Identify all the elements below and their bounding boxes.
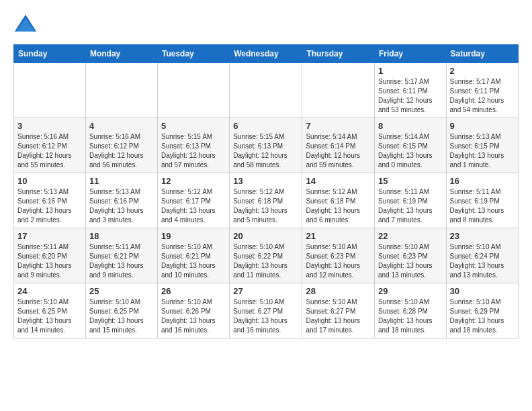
day-info: Sunrise: 5:11 AM Sunset: 6:19 PM Dayligh… [378, 187, 443, 225]
calendar-cell: 30Sunrise: 5:10 AM Sunset: 6:29 PM Dayli… [446, 283, 518, 338]
day-number: 14 [306, 176, 371, 186]
day-info: Sunrise: 5:10 AM Sunset: 6:23 PM Dayligh… [306, 242, 371, 280]
day-info: Sunrise: 5:15 AM Sunset: 6:13 PM Dayligh… [233, 132, 298, 170]
day-number: 30 [450, 286, 515, 296]
day-number: 9 [450, 121, 515, 131]
calendar-cell: 22Sunrise: 5:10 AM Sunset: 6:23 PM Dayli… [374, 228, 446, 283]
calendar-cell: 4Sunrise: 5:16 AM Sunset: 6:12 PM Daylig… [85, 118, 157, 173]
day-info: Sunrise: 5:10 AM Sunset: 6:23 PM Dayligh… [378, 242, 443, 280]
day-number: 7 [306, 121, 371, 131]
logo-icon [13, 13, 38, 38]
calendar-cell [230, 63, 302, 118]
week-row-3: 10Sunrise: 5:13 AM Sunset: 6:16 PM Dayli… [14, 173, 519, 228]
day-number: 5 [161, 121, 226, 131]
day-info: Sunrise: 5:13 AM Sunset: 6:15 PM Dayligh… [450, 132, 515, 170]
calendar-cell: 15Sunrise: 5:11 AM Sunset: 6:19 PM Dayli… [374, 173, 446, 228]
calendar-cell [14, 63, 86, 118]
day-info: Sunrise: 5:10 AM Sunset: 6:27 PM Dayligh… [233, 298, 298, 335]
week-row-1: 1Sunrise: 5:17 AM Sunset: 6:11 PM Daylig… [14, 63, 519, 118]
day-info: Sunrise: 5:11 AM Sunset: 6:20 PM Dayligh… [17, 242, 82, 280]
day-info: Sunrise: 5:16 AM Sunset: 6:12 PM Dayligh… [89, 132, 154, 170]
calendar-cell: 21Sunrise: 5:10 AM Sunset: 6:23 PM Dayli… [302, 228, 375, 283]
calendar-cell: 18Sunrise: 5:11 AM Sunset: 6:21 PM Dayli… [85, 228, 157, 283]
day-info: Sunrise: 5:10 AM Sunset: 6:28 PM Dayligh… [378, 298, 443, 335]
day-info: Sunrise: 5:12 AM Sunset: 6:18 PM Dayligh… [233, 187, 298, 225]
calendar-cell: 13Sunrise: 5:12 AM Sunset: 6:18 PM Dayli… [230, 173, 302, 228]
day-number: 1 [378, 66, 443, 76]
day-number: 29 [378, 286, 443, 296]
day-number: 8 [378, 121, 443, 131]
day-info: Sunrise: 5:17 AM Sunset: 6:11 PM Dayligh… [450, 77, 515, 115]
calendar-cell: 16Sunrise: 5:11 AM Sunset: 6:19 PM Dayli… [446, 173, 518, 228]
day-info: Sunrise: 5:11 AM Sunset: 6:21 PM Dayligh… [89, 242, 154, 280]
day-number: 27 [233, 286, 298, 296]
calendar-cell: 19Sunrise: 5:10 AM Sunset: 6:21 PM Dayli… [157, 228, 229, 283]
day-number: 20 [233, 231, 298, 241]
header-monday: Monday [85, 45, 157, 63]
calendar-cell: 17Sunrise: 5:11 AM Sunset: 6:20 PM Dayli… [14, 228, 86, 283]
day-info: Sunrise: 5:12 AM Sunset: 6:18 PM Dayligh… [306, 187, 371, 225]
calendar-table: SundayMondayTuesdayWednesdayThursdayFrid… [13, 44, 519, 338]
day-number: 26 [161, 286, 226, 296]
calendar-cell: 5Sunrise: 5:15 AM Sunset: 6:13 PM Daylig… [157, 118, 229, 173]
day-number: 3 [17, 121, 82, 131]
calendar-cell: 1Sunrise: 5:17 AM Sunset: 6:11 PM Daylig… [374, 63, 446, 118]
day-info: Sunrise: 5:10 AM Sunset: 6:26 PM Dayligh… [161, 298, 226, 335]
calendar-cell: 27Sunrise: 5:10 AM Sunset: 6:27 PM Dayli… [230, 283, 302, 338]
header-friday: Friday [374, 45, 446, 63]
day-info: Sunrise: 5:10 AM Sunset: 6:27 PM Dayligh… [306, 298, 371, 335]
calendar-cell: 10Sunrise: 5:13 AM Sunset: 6:16 PM Dayli… [14, 173, 86, 228]
day-number: 12 [161, 176, 226, 186]
day-number: 17 [17, 231, 82, 241]
calendar-cell [302, 63, 375, 118]
day-info: Sunrise: 5:11 AM Sunset: 6:19 PM Dayligh… [450, 187, 515, 225]
calendar-cell: 3Sunrise: 5:16 AM Sunset: 6:12 PM Daylig… [14, 118, 86, 173]
day-number: 15 [378, 176, 443, 186]
day-info: Sunrise: 5:12 AM Sunset: 6:17 PM Dayligh… [161, 187, 226, 225]
day-info: Sunrise: 5:16 AM Sunset: 6:12 PM Dayligh… [17, 132, 82, 170]
week-row-5: 24Sunrise: 5:10 AM Sunset: 6:25 PM Dayli… [14, 283, 519, 338]
day-number: 24 [17, 286, 82, 296]
calendar-cell: 9Sunrise: 5:13 AM Sunset: 6:15 PM Daylig… [446, 118, 518, 173]
day-number: 19 [161, 231, 226, 241]
logo [13, 13, 40, 38]
calendar-cell: 7Sunrise: 5:14 AM Sunset: 6:14 PM Daylig… [302, 118, 375, 173]
day-info: Sunrise: 5:13 AM Sunset: 6:16 PM Dayligh… [89, 187, 154, 225]
calendar-cell: 28Sunrise: 5:10 AM Sunset: 6:27 PM Dayli… [302, 283, 375, 338]
day-number: 25 [89, 286, 154, 296]
calendar-cell: 25Sunrise: 5:10 AM Sunset: 6:25 PM Dayli… [85, 283, 157, 338]
day-info: Sunrise: 5:10 AM Sunset: 6:29 PM Dayligh… [450, 298, 515, 335]
week-row-4: 17Sunrise: 5:11 AM Sunset: 6:20 PM Dayli… [14, 228, 519, 283]
day-info: Sunrise: 5:13 AM Sunset: 6:16 PM Dayligh… [17, 187, 82, 225]
day-number: 16 [450, 176, 515, 186]
day-info: Sunrise: 5:10 AM Sunset: 6:21 PM Dayligh… [161, 242, 226, 280]
calendar-cell: 20Sunrise: 5:10 AM Sunset: 6:22 PM Dayli… [230, 228, 302, 283]
day-number: 22 [378, 231, 443, 241]
day-number: 28 [306, 286, 371, 296]
page-header [13, 13, 519, 38]
header-thursday: Thursday [302, 45, 375, 63]
day-number: 13 [233, 176, 298, 186]
day-number: 11 [89, 176, 154, 186]
header-saturday: Saturday [446, 45, 518, 63]
calendar-cell: 2Sunrise: 5:17 AM Sunset: 6:11 PM Daylig… [446, 63, 518, 118]
day-number: 18 [89, 231, 154, 241]
calendar-cell: 6Sunrise: 5:15 AM Sunset: 6:13 PM Daylig… [230, 118, 302, 173]
day-number: 2 [450, 66, 515, 76]
day-info: Sunrise: 5:15 AM Sunset: 6:13 PM Dayligh… [161, 132, 226, 170]
day-info: Sunrise: 5:10 AM Sunset: 6:25 PM Dayligh… [17, 298, 82, 335]
day-info: Sunrise: 5:10 AM Sunset: 6:25 PM Dayligh… [89, 298, 154, 335]
header-wednesday: Wednesday [230, 45, 302, 63]
calendar-cell: 24Sunrise: 5:10 AM Sunset: 6:25 PM Dayli… [14, 283, 86, 338]
day-info: Sunrise: 5:14 AM Sunset: 6:14 PM Dayligh… [306, 132, 371, 170]
calendar-cell: 12Sunrise: 5:12 AM Sunset: 6:17 PM Dayli… [157, 173, 229, 228]
calendar-header-row: SundayMondayTuesdayWednesdayThursdayFrid… [14, 45, 519, 63]
day-number: 4 [89, 121, 154, 131]
day-info: Sunrise: 5:10 AM Sunset: 6:24 PM Dayligh… [450, 242, 515, 280]
day-number: 10 [17, 176, 82, 186]
calendar-cell: 8Sunrise: 5:14 AM Sunset: 6:15 PM Daylig… [374, 118, 446, 173]
day-info: Sunrise: 5:14 AM Sunset: 6:15 PM Dayligh… [378, 132, 443, 170]
day-number: 23 [450, 231, 515, 241]
calendar-cell: 11Sunrise: 5:13 AM Sunset: 6:16 PM Dayli… [85, 173, 157, 228]
calendar-cell [157, 63, 229, 118]
